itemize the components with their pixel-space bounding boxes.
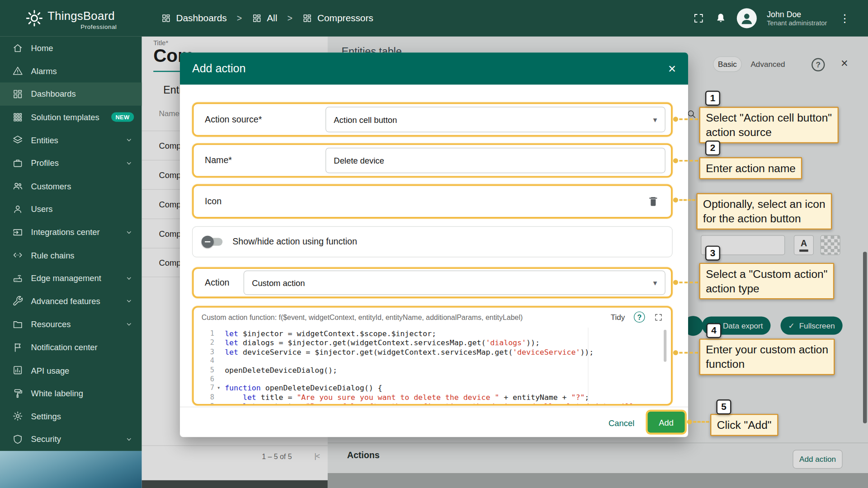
person-icon bbox=[12, 204, 23, 215]
action-source-select[interactable]: Action cell button ▾ bbox=[326, 107, 665, 132]
user-role: Tenant administrator bbox=[767, 19, 827, 27]
action-type-select[interactable]: Custom action ▾ bbox=[244, 271, 665, 295]
sidebar: Home Alarms Dashboards Solution template… bbox=[0, 37, 142, 451]
chevron-down-icon: ▾ bbox=[653, 278, 657, 287]
sidebar-item-resources[interactable]: Resources bbox=[0, 313, 142, 336]
action-name-label: Name* bbox=[205, 155, 232, 165]
cancel-button[interactable]: Cancel bbox=[609, 413, 634, 432]
new-badge: NEW bbox=[111, 113, 134, 122]
sidebar-item-dashboards[interactable]: Dashboards bbox=[0, 83, 142, 106]
editor-lines: let $injector = widgetContext.$scope.$in… bbox=[219, 329, 671, 404]
user-name: John Doe bbox=[767, 9, 827, 19]
briefcase-icon bbox=[12, 158, 23, 169]
step-number-badge: 1 bbox=[705, 91, 720, 106]
dialog-header: Add action × bbox=[180, 52, 688, 84]
input-arrow-icon bbox=[12, 226, 23, 237]
chevron-down-icon bbox=[124, 273, 134, 283]
breadcrumb-separator: > bbox=[237, 13, 242, 23]
icon-picker-button[interactable] bbox=[642, 190, 664, 212]
brand-name: ThingsBoard bbox=[47, 9, 115, 23]
breadcrumb: Dashboards > All > Compressors bbox=[161, 0, 373, 37]
connector-line bbox=[679, 282, 698, 283]
annotation-step-5: Click "Add" bbox=[710, 414, 778, 436]
sidebar-item-notification-center[interactable]: Notification center bbox=[0, 336, 142, 359]
editor-print-margin bbox=[588, 328, 588, 402]
editor-expand-icon[interactable] bbox=[654, 312, 663, 322]
sidebar-item-alarms[interactable]: Alarms bbox=[0, 60, 142, 83]
user-info[interactable]: John Doe Tenant administrator bbox=[767, 9, 827, 27]
sidebar-item-entities[interactable]: Entities bbox=[0, 129, 142, 152]
sidebar-item-security[interactable]: Security bbox=[0, 428, 142, 451]
editor-scrollbar[interactable] bbox=[664, 330, 666, 362]
connector-dot bbox=[673, 350, 678, 355]
fullscreen-icon[interactable] bbox=[693, 12, 705, 24]
code-editor[interactable]: 1234567▾89 let $injector = widgetContext… bbox=[194, 326, 671, 404]
connector-dot bbox=[673, 197, 678, 202]
connector-dot bbox=[673, 280, 678, 285]
folder-icon bbox=[12, 319, 23, 329]
breadcrumb-all[interactable]: All bbox=[252, 13, 277, 23]
action-source-row: Action source* Action cell button ▾ bbox=[192, 103, 673, 137]
breadcrumb-dashboards[interactable]: Dashboards bbox=[161, 13, 226, 23]
avatar[interactable] bbox=[737, 8, 757, 28]
chevron-down-icon bbox=[124, 296, 134, 306]
icon-label: Icon bbox=[205, 197, 222, 206]
sidebar-item-home[interactable]: Home bbox=[0, 37, 142, 60]
sidebar-item-rule-chains[interactable]: Rule chains bbox=[0, 244, 142, 267]
connector-line bbox=[679, 199, 695, 201]
more-menu-icon[interactable]: ⋮ bbox=[837, 12, 852, 25]
flag-icon bbox=[12, 342, 23, 352]
step-number-badge: 4 bbox=[706, 323, 721, 338]
step-number-badge: 3 bbox=[705, 246, 720, 261]
editor-gutter: 1234567▾89 bbox=[194, 329, 219, 404]
dashboards-icon bbox=[252, 13, 262, 23]
action-source-label: Action source* bbox=[205, 114, 262, 124]
editor-help-icon[interactable]: ? bbox=[634, 311, 645, 322]
thingsboard-logo-icon bbox=[24, 8, 44, 28]
toggle-label: Show/hide action using function bbox=[232, 237, 357, 247]
dialog-title: Add action bbox=[192, 62, 246, 75]
add-action-dialog: Add action × Action source* Action cell … bbox=[180, 52, 688, 437]
step-number-badge: 5 bbox=[716, 399, 731, 414]
show-hide-toggle[interactable] bbox=[203, 236, 224, 248]
sidebar-item-edge-management[interactable]: Edge management bbox=[0, 267, 142, 290]
gear-icon bbox=[12, 411, 23, 422]
sidebar-item-api-usage[interactable]: API usage bbox=[0, 359, 142, 382]
screen: Title* Com Entiti Name Compr Compr Compr… bbox=[0, 0, 868, 488]
chevron-down-icon bbox=[124, 135, 134, 145]
sidebar-item-white-labeling[interactable]: White labeling bbox=[0, 382, 142, 405]
sidebar-item-integrations-center[interactable]: Integrations center bbox=[0, 221, 142, 244]
icon-row: Icon bbox=[192, 184, 673, 219]
close-icon[interactable]: × bbox=[668, 62, 676, 75]
dashboards-icon bbox=[302, 13, 312, 23]
chevron-down-icon bbox=[124, 434, 134, 444]
annotation-step-4: Enter your custom action function bbox=[699, 338, 835, 375]
connector-line bbox=[693, 421, 709, 423]
people-icon bbox=[12, 181, 23, 192]
sidebar-background-photo bbox=[0, 451, 142, 488]
annotation-step-1: Select "Action cell button" action sourc… bbox=[699, 107, 839, 143]
chevron-down-icon bbox=[124, 319, 134, 329]
sidebar-item-profiles[interactable]: Profiles bbox=[0, 151, 142, 174]
sidebar-item-users[interactable]: Users bbox=[0, 197, 142, 221]
notifications-bell-icon[interactable] bbox=[715, 12, 727, 24]
action-name-input[interactable]: Delete device bbox=[326, 148, 665, 173]
toggle-thumb bbox=[202, 236, 214, 248]
sidebar-item-customers[interactable]: Customers bbox=[0, 174, 142, 197]
connector-dot bbox=[673, 117, 678, 122]
chevron-down-icon bbox=[124, 227, 134, 237]
connector-line bbox=[679, 118, 698, 120]
home-icon bbox=[12, 42, 23, 53]
show-hide-toggle-row: Show/hide action using function bbox=[192, 226, 673, 258]
code-brackets-icon bbox=[12, 249, 23, 260]
add-button[interactable]: Add bbox=[648, 412, 685, 433]
sidebar-item-advanced-features[interactable]: Advanced features bbox=[0, 290, 142, 313]
person-icon bbox=[739, 10, 755, 27]
sidebar-item-settings[interactable]: Settings bbox=[0, 405, 142, 428]
sidebar-item-solution-templates[interactable]: Solution templates NEW bbox=[0, 106, 142, 129]
brand-subtitle: Professional bbox=[47, 23, 117, 30]
breadcrumb-compressors[interactable]: Compressors bbox=[302, 13, 373, 23]
tidy-button[interactable]: Tidy bbox=[611, 313, 625, 322]
editor-actions: Tidy ? bbox=[611, 311, 663, 322]
dashboards-icon bbox=[161, 13, 171, 23]
